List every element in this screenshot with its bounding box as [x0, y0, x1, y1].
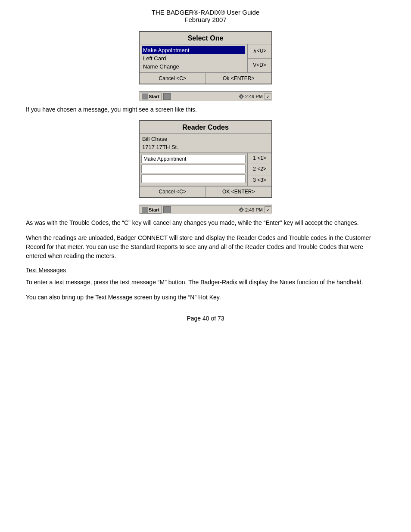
taskbar-1: Start 4 2:49 PM ✓ [139, 91, 272, 101]
clock-time-2: 2:49 PM [245, 207, 263, 212]
list-item-left-card[interactable]: Left Card [142, 54, 245, 62]
start-icon-2 [142, 207, 148, 213]
list-item-name-change[interactable]: Name Change [142, 62, 245, 71]
reader-ok-button[interactable]: OK <ENTER> [206, 187, 272, 197]
scroll-down-button[interactable]: V<D> [248, 59, 271, 72]
reader-codes-title: Reader Codes [140, 121, 271, 133]
clock-2: 4 2:49 PM [239, 207, 263, 212]
start-label-1: Start [149, 94, 159, 99]
ok-button[interactable]: Ok <ENTER> [206, 73, 272, 84]
reader-codes-list: Make Appointment [140, 153, 248, 186]
header-line1: THE BADGER®-RADIX® User Guide [26, 9, 385, 16]
taskbar-app-icon-2 [163, 206, 171, 213]
select-one-title: Select One [140, 32, 271, 44]
taskbar-checkmark-1: ✓ [265, 93, 271, 100]
reader-num-3[interactable]: 3 <3> [248, 175, 271, 186]
reader-num-2[interactable]: 2 <2> [248, 164, 271, 175]
text-messages-heading: Text Messages [26, 267, 385, 274]
clock-icon-1: 4 [239, 94, 244, 99]
select-one-list: Make Appointment Left Card Name Change [140, 44, 248, 72]
taskbar-app-icon-1 [163, 93, 171, 100]
select-one-scroll: ∧<U> V<D> [248, 44, 271, 72]
select-one-body: Make Appointment Left Card Name Change ∧… [140, 44, 271, 72]
cancel-button[interactable]: Cancel <C> [140, 73, 206, 84]
scroll-up-button[interactable]: ∧<U> [248, 44, 271, 59]
reader-name: Bill Chase [142, 135, 269, 143]
start-label-2: Start [149, 207, 159, 212]
between-text: If you have chosen a message, you might … [26, 105, 385, 114]
header-line2: February 2007 [26, 16, 385, 23]
taskbar-checkmark-2: ✓ [265, 206, 271, 213]
reader-codes-footer: Cancel <C> OK <ENTER> [140, 186, 271, 197]
start-icon-1 [142, 93, 148, 100]
reader-code-item-2[interactable] [141, 165, 246, 173]
list-item-make-appointment[interactable]: Make Appointment [142, 46, 245, 54]
svg-text:4: 4 [240, 95, 242, 98]
paragraph-1: As was with the Trouble Codes, the “C” k… [26, 218, 385, 227]
taskbar-2: Start 4 2:49 PM ✓ [139, 205, 272, 214]
clock-1: 4 2:49 PM [239, 94, 263, 99]
page-footer: Page 40 of 73 [26, 315, 385, 322]
reader-cancel-button[interactable]: Cancel <C> [140, 187, 206, 197]
paragraph-3: To enter a text message, press the text … [26, 278, 385, 287]
reader-codes-nums: 1 <1> 2 <2> 3 <3> [248, 153, 271, 186]
clock-icon-2: 4 [239, 207, 244, 212]
paragraph-4: You can also bring up the Text Message s… [26, 293, 385, 302]
svg-text:4: 4 [240, 208, 242, 212]
start-button-2[interactable]: Start [140, 206, 162, 214]
reader-info: Bill Chase 1717 17TH St. [140, 133, 271, 153]
clock-time-1: 2:49 PM [245, 94, 263, 99]
start-button-1[interactable]: Start [140, 93, 162, 100]
select-one-dialog: Select One Make Appointment Left Card Na… [139, 31, 272, 84]
reader-codes-body: Make Appointment 1 <1> 2 <2> 3 <3> [140, 153, 271, 186]
reader-code-item-1[interactable]: Make Appointment [141, 155, 246, 163]
paragraph-2: When the readings are unloaded, Badger C… [26, 233, 385, 261]
page-header: THE BADGER®-RADIX® User Guide February 2… [26, 9, 385, 23]
reader-codes-dialog: Reader Codes Bill Chase 1717 17TH St. Ma… [139, 120, 272, 198]
select-one-footer: Cancel <C> Ok <ENTER> [140, 72, 271, 84]
reader-address: 1717 17TH St. [142, 143, 269, 151]
reader-code-item-3[interactable] [141, 174, 246, 183]
reader-num-1[interactable]: 1 <1> [248, 153, 271, 164]
